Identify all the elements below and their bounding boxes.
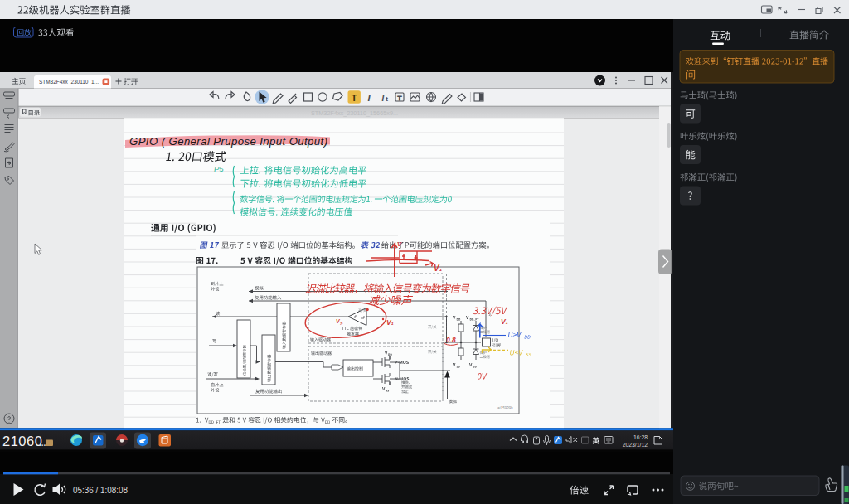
svg-text:...: ...: [39, 439, 46, 448]
svg-text:STM32F4xx_230110_15665x9...: STM32F4xx_230110_15665x9...: [311, 109, 398, 117]
svg-text:T: T: [398, 94, 402, 102]
svg-text:t: t: [386, 95, 388, 103]
svg-text:I: I: [382, 94, 385, 103]
svg-text:GPIO ( General Prupose Input O: GPIO ( General Prupose Input Output): [129, 135, 327, 148]
svg-text:V₁: V₁: [501, 317, 508, 326]
svg-text:2023/1/12: 2023/1/12: [623, 442, 648, 448]
svg-text:ai15939b: ai15939b: [497, 406, 513, 410]
svg-text:STM32F4xx_230110_1...: STM32F4xx_230110_1...: [39, 78, 99, 85]
svg-text:05:36 / 1:08:08: 05:36 / 1:08:08: [73, 485, 128, 495]
svg-text:P5: P5: [214, 164, 224, 173]
svg-text:21060: 21060: [2, 434, 42, 448]
svg-text:0.8: 0.8: [446, 336, 456, 344]
svg-text:V₁: V₁: [386, 318, 394, 327]
svg-text:V₁: V₁: [434, 264, 443, 273]
svg-text:16:28: 16:28: [633, 434, 648, 440]
svg-text:>: >: [340, 321, 343, 326]
svg-text:T: T: [352, 93, 357, 103]
